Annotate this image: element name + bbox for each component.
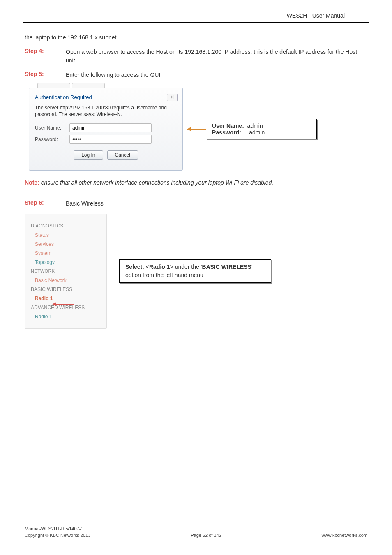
- creds-username-val: admin: [247, 123, 263, 129]
- step-4-label: Step 4:: [25, 48, 66, 65]
- dialog-body: The server http://192.168.1.200:80 requi…: [29, 103, 182, 170]
- sidebar-heading-network: NETWORK: [31, 268, 101, 273]
- sidebar-item-basic-network[interactable]: Basic Network: [31, 276, 101, 285]
- note-text: ensure that all other network interface …: [39, 179, 274, 186]
- footer-manual-id: Manual-WES2HT-Rev1407-1: [25, 526, 90, 532]
- select-mid: under the ': [173, 264, 202, 270]
- dialog-tab: [72, 83, 105, 88]
- step-6-label: Step 6:: [25, 199, 66, 208]
- sidebar-heading-basic-wireless: BASIC WIRELESS: [31, 285, 101, 294]
- footer-copyright: Copyright © KBC Networks 2013: [25, 532, 90, 539]
- footer-page-number: Page 62 of 142: [191, 532, 221, 539]
- close-icon[interactable]: ✕: [167, 94, 178, 101]
- select-radio: Radio 1: [149, 264, 170, 270]
- arrow-left-icon: [183, 125, 208, 133]
- intro-paragraph: the laptop to the 192.168.1.x subnet.: [25, 34, 367, 42]
- note-label: Note:: [25, 179, 39, 186]
- note-paragraph: Note: ensure that all other network inte…: [25, 179, 367, 187]
- step-5-label: Step 5:: [25, 71, 66, 79]
- dialog-tab: [37, 83, 70, 88]
- password-label: Password:: [35, 136, 69, 142]
- sidebar-item-system[interactable]: System: [31, 249, 101, 258]
- callout-line: Password: admin: [212, 129, 311, 136]
- credentials-callout: User Name: admin Password: admin: [206, 119, 317, 139]
- step-6-text: Basic Wireless: [66, 199, 104, 208]
- header-title: WES2HT User Manual: [287, 12, 345, 19]
- creds-password-key: Password:: [212, 129, 241, 136]
- step-6-row: Step 6: Basic Wireless: [25, 199, 367, 208]
- sidebar-item-status[interactable]: Status: [31, 231, 101, 240]
- sidebar-row: DIAGNOSTICS Status Services System Topol…: [25, 214, 367, 329]
- page-footer: Manual-WES2HT-Rev1407-1 Copyright © KBC …: [25, 526, 367, 539]
- username-field-row: User Name:: [35, 123, 177, 132]
- page-header: WES2HT User Manual: [23, 0, 369, 23]
- callout-line: User Name: admin: [212, 123, 311, 129]
- page-content: the laptop to the 192.168.1.x subnet. St…: [0, 23, 392, 329]
- dialog-buttons: Log In Cancel: [35, 146, 177, 165]
- dialog-message: The server http://192.168.1.200:80 requi…: [35, 104, 177, 118]
- step-5-text: Enter the following to access the GUI:: [66, 71, 162, 79]
- select-prefix: Select:: [125, 264, 146, 270]
- username-label: User Name:: [35, 125, 69, 131]
- svg-marker-3: [52, 302, 56, 306]
- step-4-text: Open a web browser to access the Host on…: [66, 48, 367, 65]
- sidebar-item-radio1-adv[interactable]: Radio 1: [31, 312, 101, 321]
- dialog-title-text: Authentication Required: [35, 94, 92, 100]
- nav-sidebar: DIAGNOSTICS Status Services System Topol…: [25, 214, 107, 329]
- select-bw: BASIC WIRELESS: [202, 264, 251, 270]
- footer-url: www.kbcnetworks.com: [322, 532, 367, 539]
- footer-left: Manual-WES2HT-Rev1407-1 Copyright © KBC …: [25, 526, 90, 539]
- dialog-row: Authentication Required ✕ The server htt…: [29, 88, 367, 171]
- password-input[interactable]: [69, 135, 152, 144]
- dialog-titlebar: Authentication Required ✕: [29, 90, 182, 103]
- auth-dialog: Authentication Required ✕ The server htt…: [29, 88, 183, 171]
- svg-marker-1: [187, 127, 191, 131]
- username-input[interactable]: [69, 123, 152, 132]
- sidebar-heading-diagnostics: DIAGNOSTICS: [31, 223, 101, 228]
- step-4-row: Step 4: Open a web browser to access the…: [25, 48, 367, 65]
- cancel-button[interactable]: Cancel: [107, 150, 138, 160]
- creds-password-val: admin: [249, 129, 265, 136]
- password-field-row: Password:: [35, 135, 177, 144]
- sidebar-item-services[interactable]: Services: [31, 240, 101, 249]
- creds-username-key: User Name:: [212, 123, 244, 129]
- login-button[interactable]: Log In: [74, 150, 103, 160]
- select-callout: Select: <Radio 1> under the 'BASIC WIREL…: [119, 259, 271, 283]
- step-5-row: Step 5: Enter the following to access th…: [25, 71, 367, 79]
- dialog-tabs: [29, 83, 182, 90]
- arrow-left-icon: [50, 301, 74, 308]
- sidebar-item-topology[interactable]: Topology: [31, 258, 101, 267]
